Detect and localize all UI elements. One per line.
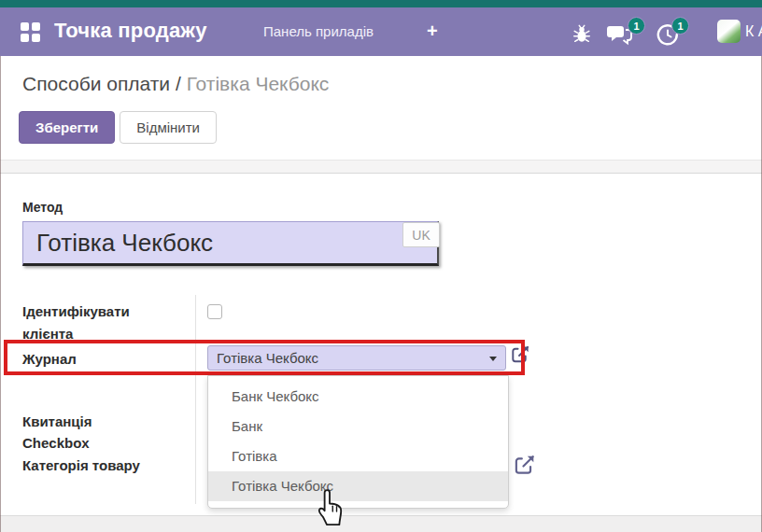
app-title[interactable]: Точка продажу — [54, 19, 207, 43]
journal-label: Журнал — [22, 348, 77, 371]
status-bar — [0, 160, 762, 174]
method-input[interactable] — [22, 221, 439, 266]
form-action-buttons: Зберегти Відмінити — [19, 111, 217, 144]
breadcrumb: Способи оплати / Готівка Чекбокс — [22, 73, 329, 95]
menu-dashboard[interactable]: Панель приладів — [263, 23, 374, 39]
breadcrumb-separator: / — [170, 73, 187, 94]
main-navbar: Точка продажу Панель приладів + 1 1 — [0, 7, 762, 56]
translation-lang-badge[interactable]: UK — [402, 222, 440, 247]
activities-badge: 1 — [671, 17, 689, 35]
breadcrumb-parent[interactable]: Способи оплати — [22, 73, 170, 94]
journal-external-link-icon[interactable] — [509, 344, 530, 366]
journal-option[interactable]: Банк Чекбокс — [208, 382, 508, 412]
bug-icon[interactable] — [572, 24, 592, 45]
receipt-checkbox-label: Квитанція Checkbox — [22, 411, 162, 454]
method-label: Метод — [22, 196, 63, 218]
journal-option-highlighted[interactable]: Готівка Чекбокс — [208, 471, 508, 501]
chevron-down-icon — [489, 357, 497, 361]
top-strip — [0, 0, 762, 7]
journal-select[interactable]: Готівка Чекбокс — [207, 345, 506, 371]
messages-badge: 1 — [628, 17, 645, 35]
journal-dropdown-menu: Банк Чекбокс Банк Готівка Готівка Чекбок… — [207, 375, 509, 509]
journal-select-value: Готівка Чекбокс — [217, 350, 318, 366]
apps-menu-icon[interactable] — [21, 22, 40, 42]
odoo-window: Точка продажу Панель приладів + 1 1 — [0, 0, 762, 532]
journal-option[interactable]: Банк — [208, 412, 508, 441]
user-name[interactable]: К А — [745, 23, 762, 40]
new-tab-button[interactable]: + — [427, 21, 438, 42]
journal-option[interactable]: Готівка — [208, 441, 508, 471]
page-footer-area — [0, 515, 762, 532]
breadcrumb-current: Готівка Чекбокс — [187, 73, 330, 94]
discard-button[interactable]: Відмінити — [120, 111, 217, 144]
identify-customer-label: Ідентифікувати клієнта — [22, 301, 172, 345]
form-column-divider — [195, 295, 196, 504]
identify-customer-checkbox[interactable] — [207, 304, 222, 319]
save-button[interactable]: Зберегти — [19, 111, 115, 144]
category-external-link-icon[interactable] — [512, 454, 536, 478]
window-left-edge — [0, 56, 1, 532]
product-category-label: Категорія товару — [22, 455, 140, 477]
user-avatar[interactable] — [717, 20, 741, 43]
